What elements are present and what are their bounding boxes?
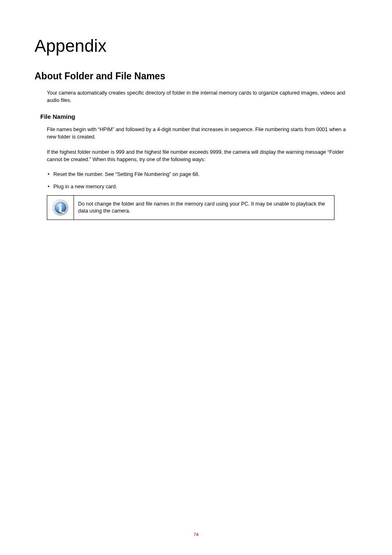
document-page: Appendix About Folder and File Names You… [0,0,392,555]
paragraph-2: If the highest folder number is 999 and … [47,148,355,163]
note-box: Do not change the folder and file names … [47,195,334,220]
section-title: About Folder and File Names [35,71,357,82]
list-item: Plug in a new memory card. [47,183,357,190]
paragraph-1: File names begin with “HPIM” and followe… [47,126,355,141]
intro-paragraph: Your camera automatically creates specif… [47,89,351,104]
svg-point-2 [59,204,61,206]
chapter-title: Appendix [35,36,357,56]
page-number: 74 [0,532,392,537]
note-text: Do not change the folder and file names … [74,197,334,218]
subsection-title: File Naming [40,113,357,120]
info-note-icon [52,199,69,216]
bullet-list: Reset the file number. See “Setting File… [47,171,357,190]
note-icon-cell [47,196,74,220]
list-item: Reset the file number. See “Setting File… [47,171,357,178]
